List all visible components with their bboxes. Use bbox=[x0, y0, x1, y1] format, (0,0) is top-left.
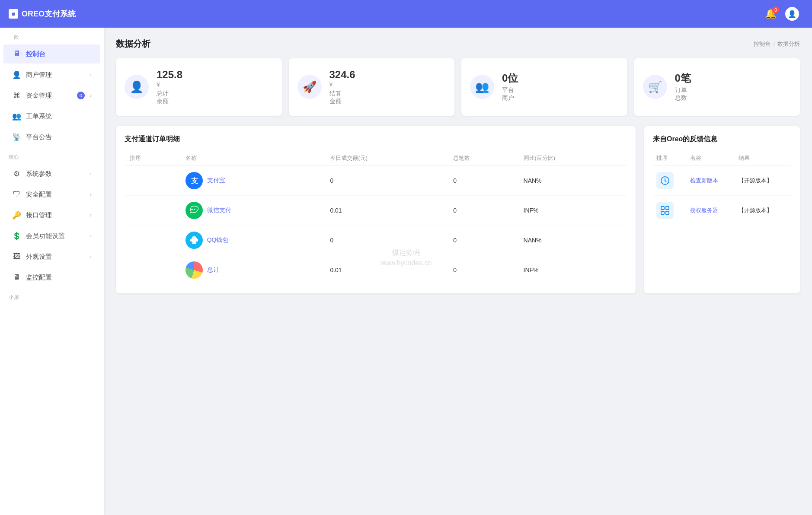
appearance-icon: 🖼 bbox=[12, 252, 21, 261]
svg-rect-6 bbox=[195, 243, 196, 244]
sidebar: ■ OREO支付系统 一般 🖥 控制台 👤 商户管理 › ⌘ 资金管理 0 › … bbox=[0, 0, 104, 515]
fb-cell-result-0: 【开源版本】 bbox=[735, 165, 791, 195]
svg-point-1 bbox=[191, 209, 193, 210]
svg-point-8 bbox=[196, 239, 198, 242]
payment-link-0[interactable]: 支付宝 bbox=[207, 177, 225, 184]
payment-link-2[interactable]: QQ钱包 bbox=[207, 236, 229, 244]
fb-col-name: 名称 bbox=[687, 151, 735, 166]
sidebar-item-workorder[interactable]: 👥 工单系统 bbox=[3, 107, 100, 126]
avatar[interactable]: 👤 bbox=[785, 7, 799, 21]
merchants-info: 0位 平台 商户 bbox=[502, 72, 518, 102]
workorder-icon: 👥 bbox=[12, 112, 21, 121]
dashboard-icon: 🖥 bbox=[12, 50, 21, 58]
payment-table: 排序 名称 今日成交额(元) 总笔数 同比(百分比) 支 支付宝 bbox=[125, 151, 627, 285]
sidebar-item-label-appearance: 外观设置 bbox=[26, 253, 85, 261]
wechat-icon bbox=[185, 202, 203, 219]
alipay-icon: 支 bbox=[185, 172, 203, 189]
cell-ratio-3: INF% bbox=[518, 255, 627, 285]
breadcrumb-home[interactable]: 控制台 bbox=[754, 40, 770, 48]
page-header: 数据分析 控制台 / 数据分析 bbox=[116, 38, 800, 50]
fb-cell-rank-0 bbox=[653, 165, 687, 195]
feedback-link-1[interactable]: 授权服务器 bbox=[690, 207, 718, 213]
cell-name-0: 支 支付宝 bbox=[180, 165, 325, 195]
header: 🔔 0 👤 bbox=[104, 0, 812, 28]
svg-text:支: 支 bbox=[191, 177, 198, 184]
fb-cell-name-1: 授权服务器 bbox=[687, 195, 735, 225]
fb-col-rank: 排序 bbox=[653, 151, 687, 166]
section-core: 核心 bbox=[0, 147, 104, 163]
col-today: 今日成交额(元) bbox=[325, 151, 448, 166]
cell-rank-1 bbox=[125, 195, 180, 225]
settlement-icon: 🚀 bbox=[297, 75, 322, 99]
sidebar-item-appearance[interactable]: 🖼 外观设置 › bbox=[3, 247, 100, 266]
sidebar-item-security[interactable]: 🛡 安全配置 › bbox=[3, 185, 100, 204]
main: 🔔 0 👤 数据分析 控制台 / 数据分析 👤 125.8 bbox=[104, 0, 812, 515]
security-icon: 🛡 bbox=[12, 190, 21, 199]
sidebar-item-label-funds: 资金管理 bbox=[26, 92, 72, 100]
announcement-icon: 📡 bbox=[12, 133, 21, 141]
sidebar-item-label-merchant: 商户管理 bbox=[26, 71, 85, 79]
sidebar-item-funds[interactable]: ⌘ 资金管理 0 › bbox=[3, 86, 100, 105]
svg-rect-12 bbox=[661, 211, 664, 214]
page-title: 数据分析 bbox=[116, 38, 150, 50]
notification-bell[interactable]: 🔔 0 bbox=[765, 8, 777, 19]
sidebar-item-label-interface: 接口管理 bbox=[26, 211, 85, 219]
cell-ratio-0: NAN% bbox=[518, 165, 627, 195]
interface-icon: 🔑 bbox=[12, 211, 21, 219]
sysparams-arrow-icon: › bbox=[90, 171, 92, 177]
orders-label: 订单 总数 bbox=[675, 86, 691, 102]
sidebar-item-dashboard[interactable]: 🖥 控制台 bbox=[3, 45, 100, 64]
orders-value: 0笔 bbox=[675, 72, 691, 85]
funds-icon: ⌘ bbox=[12, 91, 21, 100]
breadcrumb-sep: / bbox=[773, 41, 775, 47]
funds-arrow-icon: › bbox=[90, 92, 92, 99]
sidebar-item-label-sysparams: 系统参数 bbox=[26, 170, 85, 178]
svg-point-2 bbox=[194, 209, 195, 210]
fb-col-result: 结果 bbox=[735, 151, 791, 166]
sidebar-item-interface[interactable]: 🔑 接口管理 › bbox=[3, 206, 100, 225]
funds-badge: 0 bbox=[77, 92, 85, 99]
feedback-clock-icon bbox=[656, 172, 674, 189]
cell-rank-3 bbox=[125, 255, 180, 285]
settlement-unit: ¥ bbox=[329, 81, 355, 88]
bottom-section: 支付通道订单明细 排序 名称 今日成交额(元) 总笔数 同比(百分比) bbox=[116, 126, 800, 293]
total-icon bbox=[185, 261, 203, 279]
sidebar-item-membership[interactable]: 💲 会员功能设置 › bbox=[3, 226, 100, 245]
payment-link-3[interactable]: 总计 bbox=[207, 266, 219, 274]
sidebar-item-monitor[interactable]: 🖥 监控配置 bbox=[3, 268, 100, 287]
sidebar-item-sysparams[interactable]: ⚙ 系统参数 › bbox=[3, 164, 100, 183]
balance-icon: 👤 bbox=[125, 75, 149, 99]
merchants-label: 平台 商户 bbox=[502, 86, 518, 102]
stats-row: 👤 125.8 ¥ 总计 余额 🚀 324.6 bbox=[116, 58, 800, 116]
table-row: QQ钱包 0 0 NAN% bbox=[125, 225, 627, 255]
avatar-icon: 👤 bbox=[788, 10, 796, 18]
stat-card-merchants: 👥 0位 平台 商户 bbox=[461, 58, 627, 116]
col-ratio: 同比(百分比) bbox=[518, 151, 627, 166]
orders-info: 0笔 订单 总数 bbox=[675, 72, 691, 102]
svg-rect-13 bbox=[666, 211, 669, 214]
icon-name-wrap-2: QQ钱包 bbox=[185, 232, 320, 249]
col-name: 名称 bbox=[180, 151, 325, 166]
stat-card-balance: 👤 125.8 ¥ 总计 余额 bbox=[116, 58, 282, 116]
sysparams-icon: ⚙ bbox=[12, 169, 21, 178]
balance-label: 总计 余额 bbox=[157, 90, 182, 105]
settlement-label: 结算 金额 bbox=[329, 90, 355, 105]
sidebar-item-label-dashboard: 控制台 bbox=[26, 50, 92, 58]
sidebar-item-announcement[interactable]: 📡 平台公告 bbox=[3, 127, 100, 146]
feedback-row: 检查新版本 【开源版本】 bbox=[653, 165, 791, 195]
settlement-value: 324.6 bbox=[329, 69, 355, 81]
cell-ratio-1: INF% bbox=[518, 195, 627, 225]
col-rank: 排序 bbox=[125, 151, 180, 166]
monitor-icon: 🖥 bbox=[12, 273, 21, 282]
cell-ratio-2: NAN% bbox=[518, 225, 627, 255]
feedback-link-0[interactable]: 检查新版本 bbox=[690, 177, 718, 184]
sidebar-item-label-announcement: 平台公告 bbox=[26, 133, 92, 141]
table-row: 总计 0.01 0 INF% bbox=[125, 255, 627, 285]
bell-badge: 0 bbox=[772, 6, 779, 13]
security-arrow-icon: › bbox=[90, 191, 92, 197]
sidebar-item-merchant[interactable]: 👤 商户管理 › bbox=[3, 65, 100, 84]
payment-link-1[interactable]: 微信支付 bbox=[207, 207, 231, 214]
breadcrumb: 控制台 / 数据分析 bbox=[754, 40, 800, 48]
appearance-arrow-icon: › bbox=[90, 254, 92, 260]
merchant-icon: 👤 bbox=[12, 70, 21, 79]
